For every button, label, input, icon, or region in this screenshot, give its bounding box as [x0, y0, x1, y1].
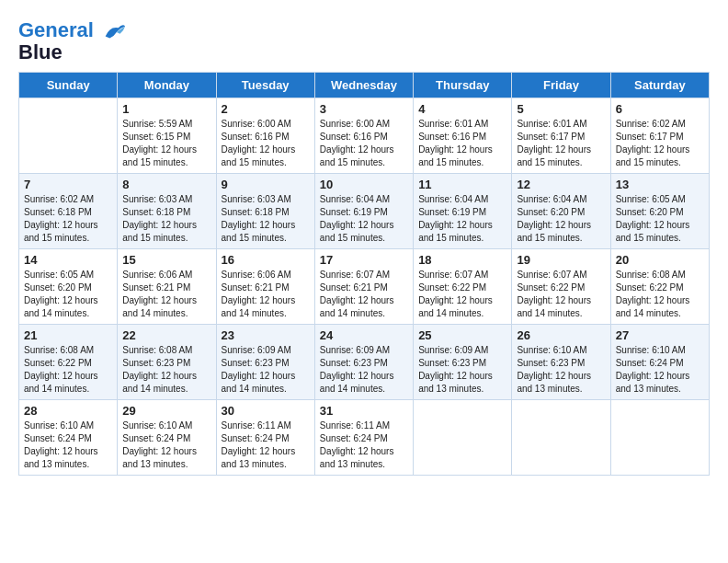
day-number: 15 — [122, 253, 210, 267]
week-row-5: 28Sunrise: 6:10 AM Sunset: 6:24 PM Dayli… — [19, 400, 710, 476]
day-info: Sunrise: 6:00 AM Sunset: 6:16 PM Dayligh… — [320, 118, 408, 169]
calendar-cell: 4Sunrise: 6:01 AM Sunset: 6:16 PM Daylig… — [414, 98, 512, 174]
day-info: Sunrise: 6:08 AM Sunset: 6:22 PM Dayligh… — [616, 269, 704, 320]
day-number: 30 — [222, 404, 310, 418]
day-number: 12 — [517, 178, 605, 191]
weekday-header-wednesday: Wednesday — [314, 73, 413, 98]
calendar-cell: 19Sunrise: 6:07 AM Sunset: 6:22 PM Dayli… — [512, 249, 610, 325]
calendar-cell: 21Sunrise: 6:08 AM Sunset: 6:22 PM Dayli… — [19, 325, 118, 400]
day-info: Sunrise: 6:08 AM Sunset: 6:23 PM Dayligh… — [122, 344, 210, 396]
day-info: Sunrise: 6:10 AM Sunset: 6:23 PM Dayligh… — [517, 344, 605, 396]
day-info: Sunrise: 6:03 AM Sunset: 6:18 PM Dayligh… — [122, 193, 210, 245]
day-number: 26 — [517, 328, 605, 342]
day-number: 11 — [418, 178, 506, 191]
page-header: General Blue — [18, 18, 710, 64]
day-info: Sunrise: 6:05 AM Sunset: 6:20 PM Dayligh… — [616, 193, 704, 245]
day-info: Sunrise: 6:04 AM Sunset: 6:19 PM Dayligh… — [320, 193, 408, 245]
weekday-header-friday: Friday — [512, 73, 610, 98]
day-info: Sunrise: 6:02 AM Sunset: 6:17 PM Dayligh… — [616, 118, 704, 169]
day-info: Sunrise: 6:09 AM Sunset: 6:23 PM Dayligh… — [418, 344, 506, 396]
calendar-cell: 16Sunrise: 6:06 AM Sunset: 6:21 PM Dayli… — [216, 249, 314, 325]
calendar-cell: 27Sunrise: 6:10 AM Sunset: 6:24 PM Dayli… — [610, 325, 709, 400]
day-number: 17 — [320, 253, 408, 267]
calendar-cell: 6Sunrise: 6:02 AM Sunset: 6:17 PM Daylig… — [610, 98, 709, 174]
day-number: 19 — [517, 253, 605, 267]
day-number: 8 — [122, 178, 210, 191]
day-number: 7 — [24, 178, 112, 191]
calendar-cell: 11Sunrise: 6:04 AM Sunset: 6:19 PM Dayli… — [414, 174, 512, 249]
calendar-cell — [512, 400, 610, 476]
day-info: Sunrise: 6:06 AM Sunset: 6:21 PM Dayligh… — [122, 269, 210, 320]
day-number: 28 — [24, 404, 112, 418]
calendar-cell: 30Sunrise: 6:11 AM Sunset: 6:24 PM Dayli… — [216, 400, 314, 476]
calendar-cell: 5Sunrise: 6:01 AM Sunset: 6:17 PM Daylig… — [512, 98, 610, 174]
calendar-table: SundayMondayTuesdayWednesdayThursdayFrid… — [18, 72, 710, 476]
calendar-cell — [610, 400, 709, 476]
calendar-cell: 17Sunrise: 6:07 AM Sunset: 6:21 PM Dayli… — [314, 249, 413, 325]
calendar-cell: 8Sunrise: 6:03 AM Sunset: 6:18 PM Daylig… — [118, 174, 216, 249]
day-number: 27 — [616, 328, 704, 342]
day-number: 23 — [222, 328, 310, 342]
day-number: 31 — [320, 404, 408, 418]
week-row-1: 1Sunrise: 5:59 AM Sunset: 6:15 PM Daylig… — [19, 98, 710, 174]
calendar-cell: 10Sunrise: 6:04 AM Sunset: 6:19 PM Dayli… — [314, 174, 413, 249]
day-info: Sunrise: 6:10 AM Sunset: 6:24 PM Dayligh… — [122, 419, 210, 471]
day-info: Sunrise: 5:59 AM Sunset: 6:15 PM Dayligh… — [122, 118, 210, 169]
logo: General Blue — [18, 18, 127, 64]
calendar-cell: 2Sunrise: 6:00 AM Sunset: 6:16 PM Daylig… — [216, 98, 314, 174]
day-info: Sunrise: 6:07 AM Sunset: 6:22 PM Dayligh… — [418, 269, 506, 320]
day-number: 13 — [616, 178, 704, 191]
calendar-cell: 3Sunrise: 6:00 AM Sunset: 6:16 PM Daylig… — [314, 98, 413, 174]
logo-bird-icon — [101, 18, 127, 44]
calendar-cell: 23Sunrise: 6:09 AM Sunset: 6:23 PM Dayli… — [216, 325, 314, 400]
calendar-cell: 9Sunrise: 6:03 AM Sunset: 6:18 PM Daylig… — [216, 174, 314, 249]
day-number: 29 — [122, 404, 210, 418]
day-number: 14 — [24, 253, 112, 267]
day-info: Sunrise: 6:07 AM Sunset: 6:22 PM Dayligh… — [517, 269, 605, 320]
day-info: Sunrise: 6:11 AM Sunset: 6:24 PM Dayligh… — [320, 419, 408, 471]
weekday-header-monday: Monday — [118, 73, 216, 98]
day-info: Sunrise: 6:08 AM Sunset: 6:22 PM Dayligh… — [24, 344, 112, 396]
weekday-header-row: SundayMondayTuesdayWednesdayThursdayFrid… — [19, 73, 710, 98]
day-info: Sunrise: 6:09 AM Sunset: 6:23 PM Dayligh… — [320, 344, 408, 396]
calendar-cell: 14Sunrise: 6:05 AM Sunset: 6:20 PM Dayli… — [19, 249, 118, 325]
weekday-header-sunday: Sunday — [19, 73, 118, 98]
day-number: 6 — [616, 102, 704, 116]
day-number: 3 — [320, 102, 408, 116]
calendar-body: 1Sunrise: 5:59 AM Sunset: 6:15 PM Daylig… — [19, 98, 710, 476]
day-info: Sunrise: 6:01 AM Sunset: 6:17 PM Dayligh… — [517, 118, 605, 169]
calendar-cell: 29Sunrise: 6:10 AM Sunset: 6:24 PM Dayli… — [118, 400, 216, 476]
calendar-cell: 26Sunrise: 6:10 AM Sunset: 6:23 PM Dayli… — [512, 325, 610, 400]
calendar-cell — [414, 400, 512, 476]
day-number: 1 — [122, 102, 210, 116]
day-info: Sunrise: 6:00 AM Sunset: 6:16 PM Dayligh… — [222, 118, 310, 169]
calendar-cell: 7Sunrise: 6:02 AM Sunset: 6:18 PM Daylig… — [19, 174, 118, 249]
calendar-cell: 18Sunrise: 6:07 AM Sunset: 6:22 PM Dayli… — [414, 249, 512, 325]
weekday-header-tuesday: Tuesday — [216, 73, 314, 98]
calendar-cell — [19, 98, 118, 174]
day-info: Sunrise: 6:10 AM Sunset: 6:24 PM Dayligh… — [24, 419, 112, 471]
day-number: 4 — [418, 102, 506, 116]
day-info: Sunrise: 6:04 AM Sunset: 6:19 PM Dayligh… — [418, 193, 506, 245]
day-info: Sunrise: 6:05 AM Sunset: 6:20 PM Dayligh… — [24, 269, 112, 320]
day-info: Sunrise: 6:03 AM Sunset: 6:18 PM Dayligh… — [222, 193, 310, 245]
weekday-header-thursday: Thursday — [414, 73, 512, 98]
calendar-cell: 20Sunrise: 6:08 AM Sunset: 6:22 PM Dayli… — [610, 249, 709, 325]
week-row-4: 21Sunrise: 6:08 AM Sunset: 6:22 PM Dayli… — [19, 325, 710, 400]
day-number: 24 — [320, 328, 408, 342]
day-info: Sunrise: 6:10 AM Sunset: 6:24 PM Dayligh… — [616, 344, 704, 396]
day-info: Sunrise: 6:02 AM Sunset: 6:18 PM Dayligh… — [24, 193, 112, 245]
day-info: Sunrise: 6:01 AM Sunset: 6:16 PM Dayligh… — [418, 118, 506, 169]
calendar-cell: 12Sunrise: 6:04 AM Sunset: 6:20 PM Dayli… — [512, 174, 610, 249]
calendar-cell: 1Sunrise: 5:59 AM Sunset: 6:15 PM Daylig… — [118, 98, 216, 174]
day-number: 10 — [320, 178, 408, 191]
calendar-cell: 15Sunrise: 6:06 AM Sunset: 6:21 PM Dayli… — [118, 249, 216, 325]
week-row-2: 7Sunrise: 6:02 AM Sunset: 6:18 PM Daylig… — [19, 174, 710, 249]
calendar-cell: 13Sunrise: 6:05 AM Sunset: 6:20 PM Dayli… — [610, 174, 709, 249]
day-number: 18 — [418, 253, 506, 267]
week-row-3: 14Sunrise: 6:05 AM Sunset: 6:20 PM Dayli… — [19, 249, 710, 325]
day-info: Sunrise: 6:09 AM Sunset: 6:23 PM Dayligh… — [222, 344, 310, 396]
calendar-cell: 28Sunrise: 6:10 AM Sunset: 6:24 PM Dayli… — [19, 400, 118, 476]
day-number: 2 — [222, 102, 310, 116]
day-number: 21 — [24, 328, 112, 342]
